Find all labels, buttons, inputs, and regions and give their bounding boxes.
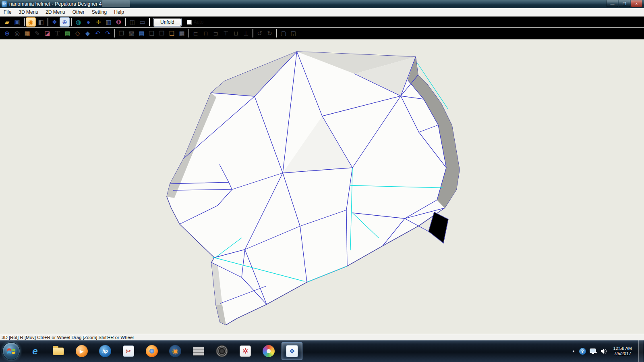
menu-help[interactable]: Help: [110, 8, 128, 16]
show-desktop-button[interactable]: [638, 340, 643, 362]
spread-pages-icon[interactable]: ❐: [116, 29, 126, 38]
app-icon-glyph: P: [3, 2, 6, 6]
clock-time: 12:58 AM: [613, 346, 632, 351]
hp-logo-icon: hp: [99, 345, 111, 357]
3d-viewport[interactable]: [0, 39, 644, 334]
start-button[interactable]: [2, 342, 20, 360]
align-left-icon[interactable]: ⊏: [191, 29, 201, 38]
toolbar-separator: [114, 29, 115, 37]
rotate-left-icon[interactable]: ↺: [255, 29, 265, 38]
toolbar-main: ▰ ▣ ◉ ◧ ❖ ⊕ ◍ ● ✛ ▥ ❂ ◫ ▭ Unfold Auto: [0, 17, 644, 28]
open-file-icon[interactable]: ▰: [2, 17, 12, 27]
align-bottom-icon[interactable]: ⊥: [241, 29, 251, 38]
page-setup-icon[interactable]: ❏: [147, 29, 157, 38]
window-title: nanomania helmet - Pepakura Designer 4: [9, 1, 102, 7]
export-page-icon[interactable]: ❐: [157, 29, 167, 38]
pinwheel-icon: ✲: [240, 345, 251, 357]
sphere-sample-icon[interactable]: ●: [83, 17, 93, 27]
window-controls: — ❐ ×: [607, 0, 642, 7]
close-button[interactable]: ×: [631, 0, 642, 7]
volume-tray-icon[interactable]: [601, 348, 607, 354]
minimize-button[interactable]: —: [607, 0, 618, 7]
scissors-icon: ✂: [123, 345, 134, 357]
menu-2d-menu[interactable]: 2D Menu: [42, 8, 69, 16]
maximize-button[interactable]: ❐: [619, 0, 630, 7]
media-player-icon[interactable]: ▶: [71, 342, 92, 360]
pattern-grid-icon[interactable]: ▩: [126, 29, 137, 38]
camera-lens-app-icon[interactable]: [211, 342, 232, 360]
pen-tool-icon[interactable]: ✎: [32, 29, 42, 38]
texture-display-icon[interactable]: ◧: [36, 17, 46, 27]
hp-support-icon[interactable]: hp: [95, 342, 116, 360]
toolbar-separator: [149, 18, 149, 26]
toolbar-separator: [48, 18, 48, 26]
clipboard-icon[interactable]: ❑: [167, 29, 177, 38]
internet-explorer-icon[interactable]: e: [25, 342, 46, 360]
join-edge-icon[interactable]: ▢: [278, 29, 288, 38]
print-icon[interactable]: ▦: [177, 29, 187, 38]
title-bar[interactable]: P nanomania helmet - Pepakura Designer 4…: [0, 0, 644, 8]
light-render-icon[interactable]: ◉: [26, 17, 36, 27]
texture-columns-icon[interactable]: ▥: [104, 17, 114, 27]
align-top-icon[interactable]: ⊤: [221, 29, 231, 38]
zoom-fit-icon[interactable]: ⊕: [2, 29, 12, 38]
help-tray-icon[interactable]: ?: [579, 348, 586, 355]
pan-view-icon[interactable]: ⊕: [60, 17, 70, 27]
paint-palette-icon[interactable]: [258, 342, 279, 360]
image-insert-icon[interactable]: ▤: [62, 29, 72, 38]
auto-checkbox-label: Auto: [194, 19, 204, 25]
check-pattern-icon[interactable]: ▦: [22, 29, 32, 38]
eraser-tool-icon[interactable]: ◪: [42, 29, 52, 38]
show-hidden-icons-chevron[interactable]: ▲: [572, 349, 576, 353]
auto-checkbox[interactable]: Auto: [187, 19, 204, 25]
single-window-icon[interactable]: ▭: [137, 17, 147, 27]
taskbar: e ▶ hp ✂ ◉ ✲ ❖: [0, 340, 644, 362]
divide-edge-icon[interactable]: ◱: [288, 29, 298, 38]
box-model-icon[interactable]: ◇: [72, 29, 83, 38]
split-window-icon[interactable]: ◫: [127, 17, 137, 27]
toolbar-secondary: ⊕ ◎ ▦ ✎ ◪ T ▤ ◇ ◆ ↶ ↷ ❐ ▩ ▤ ❏ ❐ ❑ ▦ ⊏ ⊓ …: [0, 28, 644, 39]
status-text: 3D [Rot] R [Mov] Ctrl+R or Wheel Drag [Z…: [2, 335, 134, 340]
system-tray: ▲ ? 12:58 AM 7/5/2017: [572, 340, 644, 362]
rotate-right-icon[interactable]: ↻: [265, 29, 275, 38]
app-icon[interactable]: P: [2, 1, 7, 7]
pepakura-viewer-icon[interactable]: ✲: [235, 342, 256, 360]
bricks-app-icon[interactable]: [188, 342, 209, 360]
blender-icon[interactable]: ◉: [165, 342, 186, 360]
windows-logo-icon: [6, 346, 17, 356]
bricks-icon: [193, 347, 204, 356]
ie-glyph: e: [32, 345, 37, 357]
menu-3d-menu[interactable]: 3D Menu: [15, 8, 42, 16]
palette-icon: [263, 345, 275, 357]
text-tool-icon[interactable]: T: [52, 29, 62, 38]
menu-file[interactable]: File: [0, 8, 15, 16]
menu-setting[interactable]: Setting: [88, 8, 110, 16]
package-icon[interactable]: ◆: [83, 29, 93, 38]
status-bar: 3D [Rot] R [Mov] Ctrl+R or Wheel Drag [Z…: [0, 334, 644, 340]
align-center-icon[interactable]: ⊓: [201, 29, 211, 38]
file-explorer-icon[interactable]: [48, 342, 69, 360]
background-window[interactable]: [102, 0, 130, 7]
undo-icon[interactable]: ↶: [93, 29, 103, 38]
menu-other[interactable]: Other: [69, 8, 88, 16]
pepakura-designer-icon[interactable]: ❖: [282, 342, 302, 360]
play-icon: ▶: [76, 345, 88, 357]
taskbar-clock[interactable]: 12:58 AM 7/5/2017: [613, 346, 632, 356]
toolbar-separator: [188, 29, 189, 37]
save-icon[interactable]: ▣: [12, 17, 22, 27]
auto-checkbox-box[interactable]: [187, 20, 192, 25]
redo-icon[interactable]: ↷: [103, 29, 113, 38]
pepakura-logo-icon: ❖: [286, 345, 298, 357]
snipping-tool-icon[interactable]: ✂: [118, 342, 139, 360]
link-faces-icon[interactable]: ❂: [114, 17, 124, 27]
select-magnet-icon[interactable]: ◎: [12, 29, 22, 38]
align-middle-icon[interactable]: ⊔: [231, 29, 241, 38]
cup-sample-icon[interactable]: ◍: [73, 17, 83, 27]
scale-list-icon[interactable]: ▤: [137, 29, 147, 38]
rotate-view-icon[interactable]: ❖: [50, 17, 60, 27]
display-tray-icon[interactable]: [590, 348, 597, 354]
unfold-button[interactable]: Unfold: [153, 18, 181, 26]
firefox-icon[interactable]: [141, 342, 162, 360]
axis-figure-icon[interactable]: ✛: [93, 17, 104, 27]
align-right-icon[interactable]: ⊐: [211, 29, 221, 38]
